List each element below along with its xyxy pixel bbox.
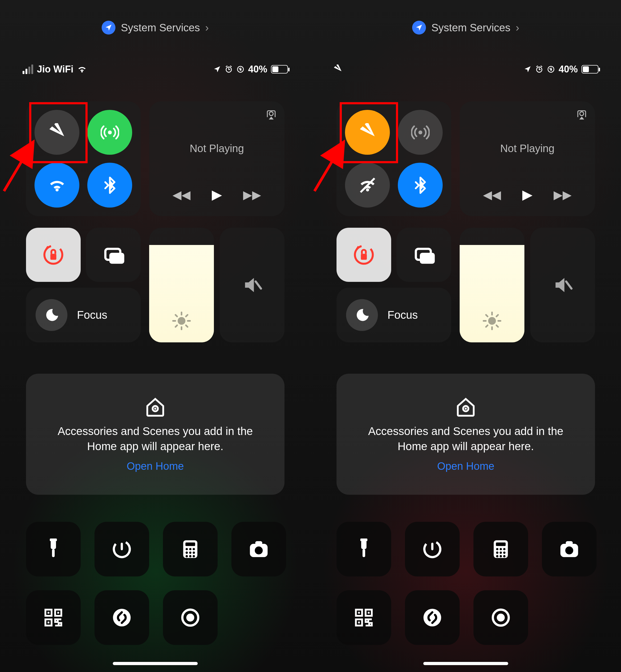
connectivity-group[interactable] (26, 101, 141, 216)
screen-record-button[interactable] (473, 590, 528, 645)
tool-grid (26, 522, 285, 645)
volume-slider[interactable] (220, 228, 285, 342)
orientation-lock-indicator-icon (547, 65, 555, 73)
home-message: Accessories and Scenes you add in the Ho… (353, 424, 579, 454)
status-bar: 40% (333, 64, 598, 75)
airplane-mode-toggle[interactable] (345, 110, 390, 155)
airplane-mode-toggle[interactable] (35, 110, 79, 155)
now-playing-title: Not Playing (190, 142, 244, 155)
bluetooth-toggle[interactable] (398, 163, 443, 208)
now-playing-title: Not Playing (500, 142, 555, 155)
forward-button[interactable]: ▶▶ (553, 188, 572, 202)
breadcrumb[interactable]: System Services › (0, 21, 310, 35)
screen-mirroring-button[interactable] (397, 228, 451, 282)
calculator-button[interactable] (163, 522, 218, 577)
moon-icon (36, 299, 68, 331)
wifi-toggle[interactable] (35, 163, 79, 208)
screen-mirroring-button[interactable] (86, 228, 141, 282)
shazam-button[interactable] (94, 590, 149, 645)
home-indicator[interactable] (113, 662, 198, 665)
location-indicator-icon (524, 65, 532, 73)
orientation-lock-indicator-icon (237, 65, 244, 73)
camera-button[interactable] (232, 522, 286, 577)
timer-button[interactable] (405, 522, 460, 577)
camera-button[interactable] (542, 522, 596, 577)
orientation-lock-toggle[interactable] (26, 228, 81, 282)
svg-line-1 (315, 149, 340, 191)
home-tile[interactable]: Accessories and Scenes you add in the Ho… (26, 374, 285, 495)
battery-percent: 40% (248, 64, 267, 75)
home-message: Accessories and Scenes you add in the Ho… (42, 424, 268, 454)
breadcrumb[interactable]: System Services › (310, 21, 621, 35)
open-home-link[interactable]: Open Home (437, 460, 494, 472)
cellular-data-toggle[interactable] (398, 110, 443, 155)
calculator-button[interactable] (473, 522, 528, 577)
chevron-right-icon: › (205, 22, 209, 34)
play-button[interactable]: ▶ (212, 187, 222, 202)
house-icon (455, 396, 477, 417)
volume-slider[interactable] (530, 228, 595, 342)
alarm-indicator-icon (225, 65, 233, 73)
flashlight-button[interactable] (336, 522, 391, 577)
svg-line-0 (4, 149, 29, 191)
airplay-icon[interactable] (265, 109, 277, 121)
media-player[interactable]: Not Playing ◀◀ ▶ ▶▶ (460, 101, 595, 216)
bluetooth-toggle[interactable] (87, 163, 132, 208)
chevron-right-icon: › (515, 22, 519, 34)
moon-icon (346, 299, 378, 331)
status-bar: Jio WiFi 40% (23, 64, 288, 75)
focus-button[interactable]: Focus (336, 288, 451, 342)
location-arrow-icon (101, 21, 116, 35)
brightness-slider[interactable] (149, 228, 214, 342)
signal-bars-icon (23, 65, 33, 74)
location-arrow-icon (412, 21, 426, 35)
rewind-button[interactable]: ◀◀ (483, 188, 501, 202)
sun-icon (149, 311, 214, 330)
airplay-icon[interactable] (576, 109, 587, 121)
battery-icon (581, 65, 598, 74)
qr-scanner-button[interactable] (336, 590, 391, 645)
cellular-data-toggle[interactable] (87, 110, 132, 155)
battery-percent: 40% (558, 64, 578, 75)
tool-grid (336, 522, 595, 645)
breadcrumb-label: System Services (121, 22, 200, 34)
house-icon (144, 396, 166, 417)
connectivity-group[interactable] (336, 101, 451, 216)
focus-label: Focus (387, 309, 418, 322)
forward-button[interactable]: ▶▶ (243, 188, 261, 202)
battery-icon (271, 65, 288, 74)
qr-scanner-button[interactable] (26, 590, 81, 645)
carrier-name: Jio WiFi (37, 64, 74, 75)
screen-record-button[interactable] (163, 590, 218, 645)
home-indicator[interactable] (423, 662, 508, 665)
shazam-button[interactable] (405, 590, 460, 645)
rewind-button[interactable]: ◀◀ (172, 188, 191, 202)
media-player[interactable]: Not Playing ◀◀ ▶ ▶▶ (149, 101, 285, 216)
focus-label: Focus (77, 309, 107, 322)
brightness-slider[interactable] (460, 228, 525, 342)
flashlight-button[interactable] (26, 522, 81, 577)
wifi-toggle[interactable] (345, 163, 390, 208)
home-tile[interactable]: Accessories and Scenes you add in the Ho… (336, 374, 595, 495)
location-indicator-icon (213, 65, 221, 73)
breadcrumb-label: System Services (431, 22, 510, 34)
focus-button[interactable]: Focus (26, 288, 141, 342)
orientation-lock-toggle[interactable] (336, 228, 391, 282)
open-home-link[interactable]: Open Home (127, 460, 184, 472)
sun-icon (460, 311, 525, 330)
timer-button[interactable] (94, 522, 149, 577)
alarm-indicator-icon (535, 65, 543, 73)
play-button[interactable]: ▶ (522, 187, 532, 202)
